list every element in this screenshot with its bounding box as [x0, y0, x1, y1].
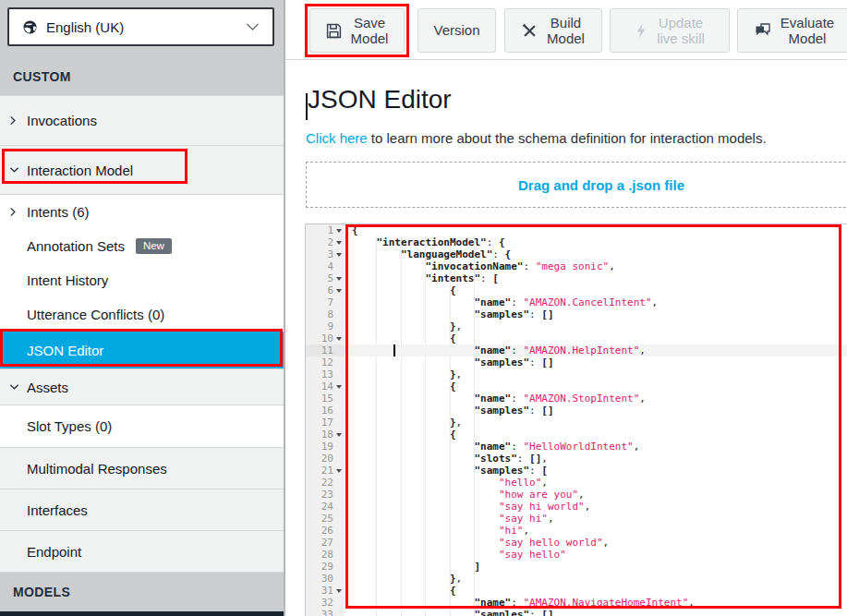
fold-spacer: [333, 393, 345, 405]
code-line-7: 7 "name": "AMAZON.CancelIntent",: [306, 296, 847, 308]
code-line-9: 9 },: [306, 320, 847, 332]
language-selector[interactable]: English (UK): [7, 7, 274, 46]
button-label: SaveModel: [351, 15, 389, 47]
fold-toggle-icon[interactable]: [333, 284, 345, 296]
sidebar-item-endpoint[interactable]: Endpoint: [0, 530, 284, 572]
code-text[interactable]: "samples": []: [345, 405, 847, 417]
evaluate-model-button[interactable]: EvaluateModel: [737, 8, 847, 53]
line-number: 24: [321, 501, 333, 513]
update-live-skill-button: Updatelive skill: [610, 8, 730, 53]
sidebar-item-annotation-sets[interactable]: Annotation SetsNew: [0, 229, 284, 263]
sidebar-item-interfaces[interactable]: Interfaces: [0, 489, 284, 530]
code-line-2: 2 "interactionModel": {: [306, 236, 847, 248]
code-line-18: 18 {: [306, 429, 847, 441]
build-model-button[interactable]: BuildModel: [504, 8, 602, 53]
sidebar-item-invocations[interactable]: Invocations: [0, 95, 284, 145]
code-text[interactable]: "how are you",: [345, 489, 847, 501]
save-icon: [326, 23, 342, 39]
code-text[interactable]: "say hi world",: [345, 501, 847, 513]
code-line-5: 5 "intents": [: [306, 272, 847, 284]
alexa-developer-console-page: English (UK) CUSTOM InvocationsInteracti…: [0, 0, 847, 616]
code-text[interactable]: "name": "AMAZON.HelpIntent",: [345, 344, 847, 356]
gutter-cell: 2: [306, 236, 345, 248]
chevron-down-icon: [9, 383, 27, 391]
fold-spacer: [333, 597, 345, 609]
fold-toggle-icon[interactable]: [333, 429, 345, 441]
fold-spacer: [333, 525, 345, 537]
code-line-23: 23 "how are you",: [306, 489, 847, 501]
fold-spacer: [333, 320, 345, 332]
fold-spacer: [333, 441, 345, 453]
code-line-14: 14 {: [306, 380, 847, 393]
sidebar-bottom-divider: [0, 611, 284, 616]
gutter-cell: 18: [306, 429, 345, 441]
code-text[interactable]: "interactionModel": {: [345, 236, 847, 248]
code-text[interactable]: {: [345, 284, 847, 296]
code-text[interactable]: "name": "HelloWorldIntent",: [345, 441, 847, 453]
fold-toggle-icon[interactable]: [333, 332, 345, 344]
code-text[interactable]: "hello",: [345, 477, 847, 489]
json-code-editor[interactable]: 1{2 "interactionModel": {3 "languageMode…: [305, 223, 847, 616]
code-line-24: 24 "say hi world",: [306, 501, 847, 513]
fold-toggle-icon[interactable]: [333, 272, 345, 284]
sidebar-item-utterance-conflicts[interactable]: Utterance Conflicts (0): [0, 297, 284, 332]
code-text[interactable]: "name": "AMAZON.CancelIntent",: [345, 296, 847, 308]
fold-toggle-icon[interactable]: [333, 380, 345, 393]
json-dropzone[interactable]: Drag and drop a .json file: [306, 162, 847, 208]
fold-spacer: [333, 356, 345, 368]
code-line-10: 10 {: [306, 332, 847, 344]
code-text[interactable]: "samples": []: [345, 308, 847, 320]
sidebar-item-json-editor[interactable]: JSON Editor: [0, 332, 284, 368]
code-line-16: 16 "samples": []: [306, 405, 847, 417]
code-text[interactable]: "intents": [: [345, 272, 847, 284]
sidebar-item-label: Interaction Model: [27, 163, 133, 178]
sidebar-item-slot-types[interactable]: Slot Types (0): [0, 405, 284, 447]
sidebar-item-multimodal-responses[interactable]: Multimodal Responses: [0, 447, 284, 489]
code-text[interactable]: "samples": [: [345, 465, 847, 477]
fold-toggle-icon[interactable]: [333, 224, 345, 236]
line-number: 4: [327, 260, 333, 272]
code-text[interactable]: "languageModel": {: [345, 248, 847, 260]
code-line-28: 28 "say hello": [306, 549, 847, 561]
code-text[interactable]: {: [345, 429, 847, 441]
gutter-cell: 33: [306, 609, 345, 616]
fold-toggle-icon[interactable]: [333, 248, 345, 260]
sidebar-item-intent-history[interactable]: Intent History: [0, 263, 284, 297]
code-text[interactable]: {: [345, 224, 847, 236]
fold-toggle-icon[interactable]: [333, 236, 345, 248]
fold-toggle-icon[interactable]: [333, 585, 345, 597]
gutter-cell: 29: [306, 561, 345, 573]
sidebar-item-interaction-model[interactable]: Interaction Model: [0, 145, 284, 195]
code-text[interactable]: "say hello world",: [345, 537, 847, 549]
gutter-cell: 28: [306, 549, 345, 561]
code-text[interactable]: "samples": []: [345, 356, 847, 368]
save-model-button[interactable]: SaveModel: [309, 8, 405, 53]
version-button[interactable]: Version: [417, 8, 496, 53]
code-text[interactable]: "name": "AMAZON.StopIntent",: [345, 393, 847, 405]
code-text[interactable]: },: [345, 573, 847, 585]
fold-toggle-icon[interactable]: [333, 465, 345, 477]
fold-spacer: [333, 417, 345, 429]
code-text[interactable]: {: [345, 332, 847, 344]
gutter-cell: 13: [306, 368, 345, 380]
sidebar-item-assets[interactable]: Assets: [0, 368, 284, 405]
code-text[interactable]: },: [345, 368, 847, 380]
code-text[interactable]: "say hello": [345, 549, 847, 561]
code-text[interactable]: "samples": []: [345, 609, 847, 616]
code-text[interactable]: {: [345, 380, 847, 393]
gutter-cell: 9: [306, 320, 345, 332]
click-here-link[interactable]: Click here: [306, 130, 368, 146]
fold-spacer: [333, 537, 345, 549]
code-text[interactable]: "invocationName": "mega sonic",: [345, 260, 847, 272]
code-text[interactable]: "slots": [],: [345, 453, 847, 465]
sidebar-item-intents[interactable]: Intents (6): [0, 195, 284, 229]
code-text[interactable]: ]: [345, 561, 847, 573]
gutter-cell: 1: [306, 224, 345, 236]
code-text[interactable]: "say hi",: [345, 513, 847, 525]
line-number: 6: [327, 284, 333, 296]
code-text[interactable]: "name": "AMAZON.NavigateHomeIntent",: [345, 597, 847, 609]
code-text[interactable]: {: [345, 585, 847, 597]
code-text[interactable]: "hi",: [345, 525, 847, 537]
code-text[interactable]: },: [345, 320, 847, 332]
code-text[interactable]: },: [345, 417, 847, 429]
